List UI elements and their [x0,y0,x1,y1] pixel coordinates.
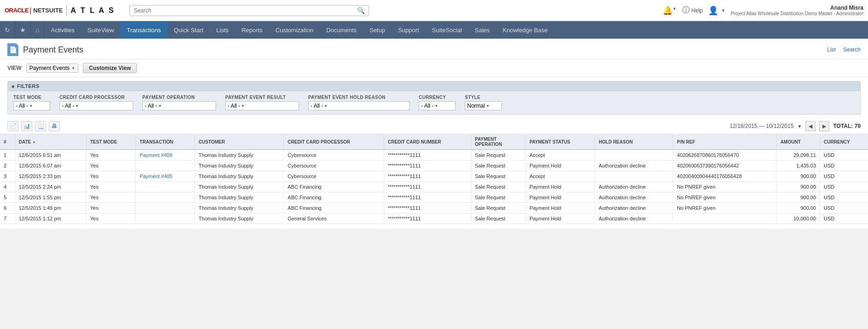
filter-style: STYLE Normal ▼ [465,95,502,110]
cell-hold-reason: Authorization decline [595,214,673,224]
filter-test-mode-label: TEST MODE [13,95,50,100]
sidebar-item-sales[interactable]: Sales [469,21,497,39]
toolbar: 📄 📊 📃 🖶 12/18/2015 — 10/12/2015 ▼ ◀ ▶ TO… [0,118,868,134]
cell-date: 12/5/2015 1:12 pm [15,214,86,224]
list-link[interactable]: List [827,46,836,53]
user-name: Anand Misra [731,5,863,11]
notifications-icon[interactable]: 🔔▼ [663,6,677,16]
search-bar[interactable]: 🔍 [129,5,369,16]
payment-events-table: # DATE ▼ TEST MODE TRANSACTION CUSTOMER … [0,134,868,224]
netsuite-logo: NETSUITE [33,7,63,14]
cell-test-mode: Yes [86,203,135,214]
sidebar-item-setup[interactable]: Setup [363,21,392,39]
cell-payment-operation: Sale Request [471,192,525,203]
toolbar-left: 📄 📊 📃 🖶 [7,121,60,131]
filter-test-mode-select[interactable]: - All - ▼ [13,101,50,110]
cell-hold-reason [595,150,673,161]
export-excel-btn[interactable]: 📊 [21,121,32,131]
cell-num: 2 [0,161,15,171]
next-page-btn[interactable]: ▶ [819,121,829,131]
sidebar-item-knowledgebase[interactable]: Knowledge Base [496,21,554,39]
nav-back-btn[interactable]: ↻ [0,21,15,39]
col-hold-reason: HOLD REASON [595,134,673,150]
sidebar-item-reports[interactable]: Reports [235,21,269,39]
view-label: VIEW [7,65,22,71]
date-dropdown-arrow[interactable]: ▼ [798,124,802,129]
cell-amount: 29,098.11 [777,150,820,161]
sidebar-item-suiteview[interactable]: SuiteView [81,21,121,39]
cell-test-mode: Yes [86,192,135,203]
table-row: 512/5/2015 1:55 pmYesThomas Industry Sup… [0,192,868,203]
export-csv-btn[interactable]: 📄 [7,121,18,131]
top-bar: ORACLE | NETSUITE A T L A S 🔍 🔔▼ ⓘ Help … [0,0,868,21]
col-date[interactable]: DATE ▼ [15,134,86,150]
view-current-value: Payment Events [29,65,70,71]
transaction-link[interactable]: Payment #405 [140,173,172,179]
cell-cc-processor: Cybersource [284,171,384,182]
cell-transaction [136,182,195,192]
customize-view-button[interactable]: Customize View [83,63,137,73]
cell-num: 4 [0,182,15,192]
cell-amount: 900.00 [777,203,820,214]
cell-hold-reason: Authorization decline [595,182,673,192]
cell-cc-number: ***********1111 [384,182,471,192]
filter-style-select[interactable]: Normal ▼ [465,101,502,110]
sidebar-item-activities[interactable]: Activities [44,21,81,39]
export-pdf-btn[interactable]: 📃 [35,121,46,131]
filter-hold-reason-select[interactable]: - All - ▼ [308,101,410,110]
transaction-link[interactable]: Payment #409 [140,152,172,158]
cell-transaction[interactable]: Payment #405 [136,171,195,182]
cell-currency: USD [820,171,868,182]
cell-payment-operation: Sale Request [471,203,525,214]
user-role: Project Atlas Wholesale Distribution Dem… [731,11,863,16]
cell-customer: Thomas Industry Supply [195,171,284,182]
filter-cc-processor-arrow: ▼ [75,104,79,108]
filter-currency-select[interactable]: - All - ▼ [419,101,456,110]
cell-customer: Thomas Industry Supply [195,203,284,214]
cell-amount: 10,000.00 [777,214,820,224]
sidebar-item-support[interactable]: Support [392,21,426,39]
cell-pn-ref: 402060063​7390​176056442 [673,161,777,171]
cell-amount: 900.00 [777,192,820,203]
cell-payment-status: Accept [526,150,595,161]
col-currency: CURRENCY [820,134,868,150]
help-area[interactable]: ⓘ Help [682,6,703,15]
pipe-divider: | [29,6,31,15]
sidebar-item-lists[interactable]: Lists [210,21,235,39]
cell-transaction[interactable]: Payment #409 [136,150,195,161]
cell-pn-ref: 402004009044​40176056428 [673,171,777,182]
col-payment-operation: PAYMENTOPERATION [471,134,525,150]
cell-date: 12/6/2015 6:07 am [15,161,86,171]
filter-credit-card-processor: CREDIT CARD PROCESSOR - All - ▼ [59,95,133,110]
table-row: 112/6/2015 6:51 amYesPayment #409Thomas … [0,150,868,161]
filter-payment-op-label: PAYMENT OPERATION [142,95,216,100]
cell-num: 5 [0,192,15,203]
cell-test-mode: Yes [86,171,135,182]
sidebar-item-customization[interactable]: Customization [269,21,320,39]
nav-home-btn[interactable]: ⌂ [31,21,44,39]
cell-hold-reason [595,171,673,182]
toolbar-right: 12/18/2015 — 10/12/2015 ▼ ◀ ▶ TOTAL: 79 [730,121,861,131]
header-links: List Search [827,46,861,53]
logo-divider [66,6,67,16]
col-amount: AMOUNT [777,134,820,150]
search-input[interactable] [134,7,357,14]
cell-cc-number: ***********1111 [384,150,471,161]
print-btn[interactable]: 🖶 [49,121,60,131]
filter-payment-result-select[interactable]: - All - ▼ [225,101,299,110]
prev-page-btn[interactable]: ◀ [805,121,815,131]
sidebar-item-quickstart[interactable]: Quick Start [167,21,210,39]
user-area[interactable]: 👤 ▼ [708,6,725,16]
sidebar-item-suitesocial[interactable]: SuiteSocial [426,21,469,39]
filter-payment-op-select[interactable]: - All - ▼ [142,101,216,110]
cell-payment-operation: Sale Request [471,150,525,161]
search-link[interactable]: Search [843,46,861,53]
sidebar-item-transactions[interactable]: Transactions [120,21,167,39]
nav-favorites-btn[interactable]: ★ [15,21,31,39]
filter-cc-processor-select[interactable]: - All - ▼ [59,101,133,110]
view-bar: VIEW Payment Events ▼ Customize View [0,59,868,77]
sidebar-item-documents[interactable]: Documents [320,21,363,39]
cell-transaction [136,203,195,214]
view-select[interactable]: Payment Events ▼ [26,63,78,73]
filters-header[interactable]: ■ FILTERS [8,81,860,91]
